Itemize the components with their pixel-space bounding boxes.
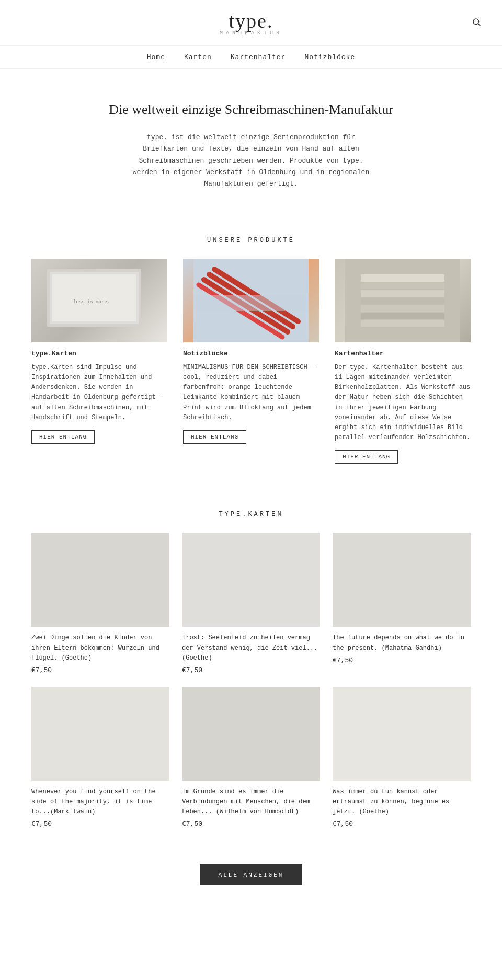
karten-card-5: Im Grunde sind es immer die Verbindungen… — [182, 687, 320, 828]
karten-card-quote-2: Trost: Seelenleid zu heilen vermag der V… — [182, 633, 320, 663]
logo-subtitle: MANUFAKTUR — [220, 30, 282, 36]
karten-grid: Zwei Dinge sollen die Kinder von ihren E… — [31, 533, 471, 828]
karten-card-1: Zwei Dinge sollen die Kinder von ihren E… — [31, 533, 169, 674]
svg-rect-14 — [361, 283, 444, 289]
karten-card-image-3 — [333, 533, 471, 627]
karten-card-4: Whenever you find yourself on the side o… — [31, 687, 169, 828]
svg-rect-19 — [361, 320, 444, 327]
alle-anzeigen-section: ALLE ANZEIGEN — [0, 849, 502, 912]
products-grid: less is more. type.Karten type.Karten si… — [0, 259, 502, 485]
hero-section: Die weltweit einzige Schreibmaschinen-Ma… — [0, 69, 502, 211]
svg-text:less is more.: less is more. — [73, 299, 110, 305]
karten-card-quote-3: The future depends on what we do in the … — [333, 633, 471, 653]
product-card-karten: less is more. type.Karten type.Karten si… — [31, 259, 167, 464]
karten-card-quote-4: Whenever you find yourself on the side o… — [31, 787, 169, 817]
kartenhalter-hier-button[interactable]: HIER ENTLANG — [335, 450, 398, 464]
svg-rect-11 — [193, 295, 309, 311]
main-nav: Home Karten Kartenhalter Notizblöcke — [0, 46, 502, 69]
karten-card-image-6 — [333, 687, 471, 781]
karten-card-price-6: €7,50 — [333, 820, 471, 828]
hero-title: Die weltweit einzige Schreibmaschinen-Ma… — [84, 100, 418, 119]
kartenhalter-illustration — [335, 259, 471, 342]
karten-card-3: The future depends on what we do in the … — [333, 533, 471, 674]
karten-card-image-2 — [182, 533, 320, 627]
karten-card-price-3: €7,50 — [333, 656, 471, 664]
product-title-karten: type.Karten — [31, 350, 167, 358]
karten-hier-button[interactable]: HIER ENTLANG — [31, 430, 95, 444]
karten-card-6: Was immer du tun kannst oder erträumst z… — [333, 687, 471, 828]
svg-rect-4 — [52, 274, 136, 321]
product-title-kartenhalter: Kartenhalter — [335, 350, 471, 358]
svg-line-1 — [478, 24, 480, 26]
karten-illustration: less is more. — [31, 259, 167, 342]
svg-rect-18 — [361, 313, 444, 319]
products-section-title: UNSERE PRODUKTE — [0, 237, 502, 244]
product-desc-notiz: MINIMALISMUS FÜR DEN SCHREIBTISCH – cool… — [183, 363, 319, 423]
karten-card-price-2: €7,50 — [182, 666, 320, 674]
nav-karten[interactable]: Karten — [184, 53, 212, 61]
svg-rect-13 — [361, 274, 444, 282]
karten-section-title: TYPE.KARTEN — [0, 511, 502, 518]
product-image-notiz — [183, 259, 319, 342]
nav-notizblöcke[interactable]: Notizblöcke — [304, 53, 355, 61]
alle-anzeigen-button[interactable]: ALLE ANZEIGEN — [200, 864, 303, 885]
product-card-kartenhalter: Kartenhalter Der type. Kartenhalter best… — [335, 259, 471, 464]
search-button[interactable] — [472, 17, 481, 29]
nav-home[interactable]: Home — [147, 53, 165, 61]
svg-rect-16 — [361, 298, 444, 304]
product-image-karten: less is more. — [31, 259, 167, 342]
karten-card-quote-1: Zwei Dinge sollen die Kinder von ihren E… — [31, 633, 169, 663]
karten-card-image-4 — [31, 687, 169, 781]
karten-card-price-1: €7,50 — [31, 666, 169, 674]
svg-point-0 — [473, 19, 479, 25]
notiz-hier-button[interactable]: HIER ENTLANG — [183, 430, 246, 444]
karten-card-image-1 — [31, 533, 169, 627]
product-desc-kartenhalter: Der type. Kartenhalter besteht aus 11 La… — [335, 363, 471, 443]
logo: type. MANUFAKTUR — [220, 9, 282, 36]
karten-card-price-4: €7,50 — [31, 820, 169, 828]
karten-section: Zwei Dinge sollen die Kinder von ihren E… — [0, 533, 502, 849]
karten-card-price-5: €7,50 — [182, 820, 320, 828]
search-icon — [472, 17, 481, 27]
karten-card-image-5 — [182, 687, 320, 781]
product-desc-karten: type.Karten sind Impulse und Inspiration… — [31, 363, 167, 423]
karten-card-quote-5: Im Grunde sind es immer die Verbindungen… — [182, 787, 320, 817]
karten-card-2: Trost: Seelenleid zu heilen vermag der V… — [182, 533, 320, 674]
logo-title: type. — [220, 9, 282, 32]
svg-rect-15 — [361, 290, 444, 297]
svg-rect-17 — [361, 305, 444, 312]
karten-card-quote-6: Was immer du tun kannst oder erträumst z… — [333, 787, 471, 817]
hero-description: type. ist die weltweit einzige Serienpro… — [126, 132, 376, 189]
site-header: type. MANUFAKTUR — [0, 0, 502, 46]
notiz-illustration — [183, 259, 319, 342]
nav-kartenhalter[interactable]: Kartenhalter — [231, 53, 286, 61]
product-card-notiz: Notizblöcke MINIMALISMUS FÜR DEN SCHREIB… — [183, 259, 319, 464]
product-image-kartenhalter — [335, 259, 471, 342]
product-title-notiz: Notizblöcke — [183, 350, 319, 358]
